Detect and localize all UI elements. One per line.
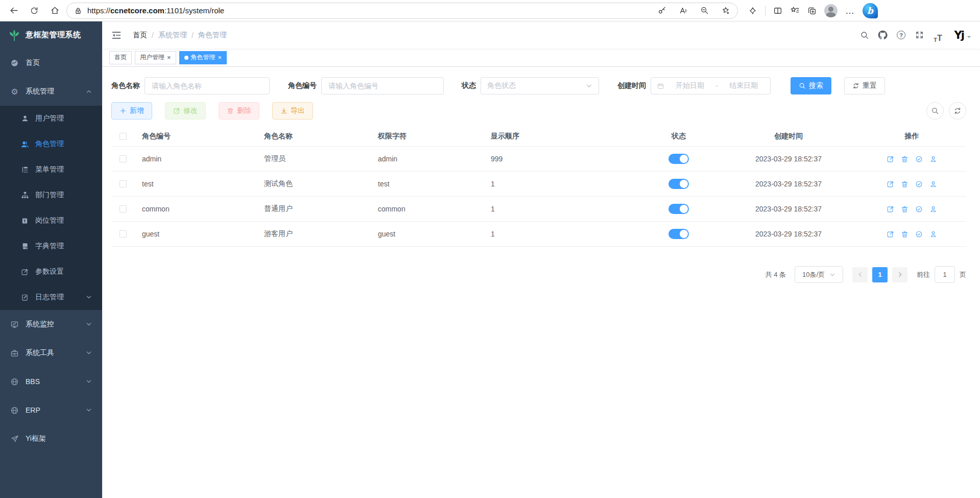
row-data-scope-icon[interactable] — [915, 155, 923, 163]
tab-role-manage[interactable]: 角色管理× — [179, 51, 227, 64]
sidebar-item-yi-framework[interactable]: Yi框架 — [0, 424, 102, 453]
close-icon[interactable]: × — [167, 54, 171, 61]
prev-page-button[interactable] — [852, 267, 868, 282]
sidebar-item-home[interactable]: 首页 — [0, 49, 102, 77]
edit-button[interactable]: 修改 — [165, 102, 206, 120]
read-aloud-icon[interactable] — [679, 6, 688, 15]
cell-perm: guest — [372, 230, 485, 238]
download-icon — [280, 107, 288, 114]
collections-icon[interactable] — [807, 6, 817, 15]
copilot-icon[interactable]: b — [863, 3, 878, 18]
breadcrumb-item[interactable]: 系统管理 — [158, 31, 187, 40]
page-size-select[interactable]: 10条/页 — [795, 266, 843, 283]
page-number-current[interactable]: 1 — [872, 267, 888, 282]
sidebar-item-dept-manage[interactable]: 部门管理 — [0, 182, 102, 208]
sidebar-item-role-manage[interactable]: 角色管理 — [0, 131, 102, 157]
row-checkbox[interactable] — [119, 205, 127, 212]
status-toggle[interactable] — [668, 229, 689, 239]
gear-icon: ⚙ — [10, 87, 19, 96]
font-size-button[interactable]: TT — [931, 28, 945, 43]
row-assign-user-icon[interactable] — [929, 205, 937, 213]
profile-avatar[interactable] — [824, 4, 838, 17]
next-page-button[interactable] — [892, 267, 907, 282]
row-checkbox[interactable] — [119, 180, 127, 187]
status-toggle[interactable] — [668, 204, 689, 214]
row-edit-icon[interactable] — [887, 205, 894, 213]
menu-list-icon — [20, 165, 29, 174]
row-data-scope-icon[interactable] — [915, 180, 923, 188]
status-toggle[interactable] — [668, 154, 689, 164]
zoom-out-icon[interactable] — [700, 6, 709, 15]
select-all-checkbox[interactable] — [119, 133, 127, 140]
favorites-icon[interactable] — [790, 6, 800, 15]
search-button[interactable]: 搜索 — [791, 77, 831, 94]
row-edit-icon[interactable] — [887, 155, 894, 163]
row-checkbox[interactable] — [119, 155, 127, 162]
user-avatar-menu[interactable]: Yj — [954, 29, 972, 41]
table-refresh-button[interactable] — [949, 102, 966, 120]
sidebar-item-log-manage[interactable]: 日志管理 — [0, 284, 102, 310]
status-select[interactable]: 角色状态 — [481, 77, 599, 94]
row-data-scope-icon[interactable] — [915, 230, 923, 238]
date-range-picker[interactable]: 开始日期 - 结束日期 — [651, 77, 771, 94]
sidebar-item-erp[interactable]: ERP — [0, 396, 102, 424]
cell-role-code: admin — [136, 155, 258, 163]
github-icon — [878, 30, 888, 40]
question-icon: ? — [897, 31, 905, 39]
roles-table: 角色编号 角色名称 权限字符 显示顺序 状态 创建时间 操作 admin 管理员… — [111, 126, 966, 247]
address-bar[interactable]: https://ccnetcore.com:1101/system/role — [66, 3, 738, 19]
sidebar-item-post-manage[interactable]: 岗位管理 — [0, 208, 102, 233]
browser-refresh-button[interactable] — [26, 2, 43, 19]
table-search-toggle-button[interactable] — [926, 102, 944, 120]
row-delete-icon[interactable] — [901, 205, 909, 213]
favorite-add-icon[interactable] — [721, 6, 730, 15]
reset-button[interactable]: 重置 — [844, 77, 885, 94]
calendar-icon — [657, 82, 664, 90]
export-button[interactable]: 导出 — [272, 102, 313, 120]
sidebar-item-label: 角色管理 — [35, 139, 64, 149]
role-page-content: 角色名称 角色编号 状态 角色状态 创建时间 开始日期 - 结束日期 — [102, 67, 980, 283]
split-screen-icon[interactable] — [773, 6, 782, 15]
row-edit-icon[interactable] — [887, 180, 894, 188]
sidebar-item-bbs[interactable]: BBS — [0, 367, 102, 396]
role-code-input[interactable] — [321, 77, 444, 94]
total-count: 共 4 条 — [766, 270, 786, 279]
role-name-input[interactable] — [145, 77, 270, 94]
header-search-button[interactable] — [857, 28, 872, 43]
sidebar-item-system-tools[interactable]: 系统工具 — [0, 339, 102, 367]
close-icon[interactable]: × — [218, 54, 222, 61]
sidebar-item-system-manage[interactable]: ⚙ 系统管理 — [0, 77, 102, 106]
delete-button[interactable]: 删除 — [219, 102, 259, 120]
row-data-scope-icon[interactable] — [915, 205, 923, 213]
row-delete-icon[interactable] — [901, 155, 909, 163]
browser-home-button[interactable] — [46, 2, 63, 19]
row-assign-user-icon[interactable] — [929, 230, 937, 238]
status-toggle[interactable] — [668, 179, 689, 189]
tab-home[interactable]: 首页 — [109, 51, 132, 64]
fullscreen-button[interactable] — [913, 28, 927, 43]
breadcrumb-item[interactable]: 首页 — [133, 31, 147, 40]
row-assign-user-icon[interactable] — [929, 180, 937, 188]
row-checkbox[interactable] — [119, 230, 127, 238]
goto-page-input[interactable] — [935, 266, 955, 283]
sidebar-item-dict-manage[interactable]: 字典管理 — [0, 233, 102, 259]
row-assign-user-icon[interactable] — [929, 155, 937, 163]
browser-essentials-icon[interactable] — [748, 6, 757, 15]
browser-back-button[interactable] — [5, 2, 22, 19]
help-button[interactable]: ? — [894, 28, 909, 43]
password-key-icon[interactable] — [658, 6, 666, 15]
sidebar-item-system-monitor[interactable]: 系统监控 — [0, 310, 102, 339]
add-button[interactable]: 新增 — [111, 102, 152, 120]
cell-role-name: 普通用户 — [258, 204, 372, 214]
row-edit-icon[interactable] — [887, 230, 894, 238]
sidebar-toggle-button[interactable] — [109, 28, 124, 43]
tab-user-manage[interactable]: 用户管理× — [135, 51, 176, 64]
sidebar-item-param-settings[interactable]: 参数设置 — [0, 259, 102, 284]
sidebar-item-user-manage[interactable]: 用户管理 — [0, 106, 102, 131]
row-delete-icon[interactable] — [901, 230, 909, 238]
lock-icon — [74, 7, 82, 15]
sidebar-item-menu-manage[interactable]: 菜单管理 — [0, 157, 102, 182]
github-link-button[interactable] — [876, 28, 890, 43]
more-menu-icon[interactable]: … — [845, 8, 855, 13]
row-delete-icon[interactable] — [901, 180, 909, 188]
